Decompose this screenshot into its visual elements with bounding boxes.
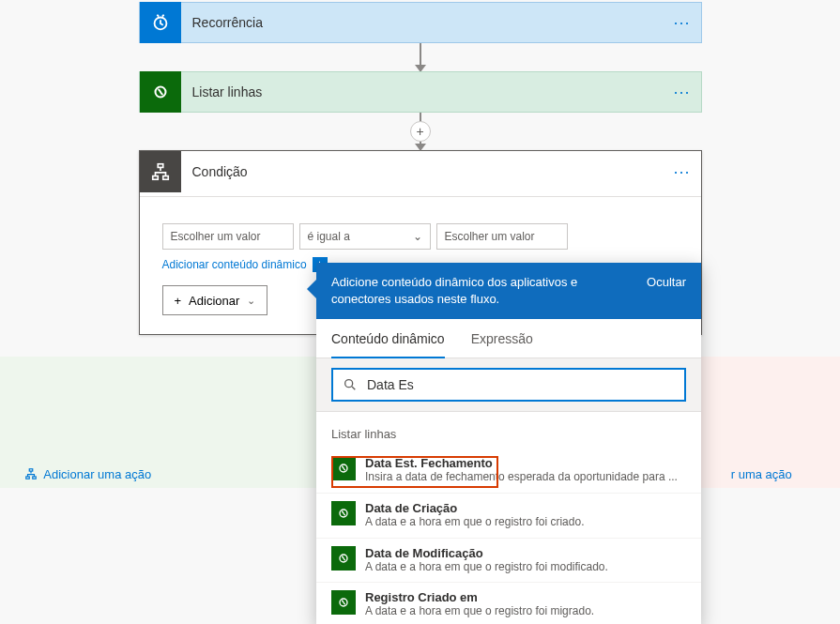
condition-menu-icon[interactable]: ··· — [664, 162, 701, 182]
svg-rect-6 — [33, 477, 37, 479]
popover-hide-link[interactable]: Ocultar — [647, 274, 686, 291]
svg-rect-2 — [152, 176, 158, 180]
result-desc: A data e a hora em que o registro foi mi… — [365, 604, 594, 619]
svg-rect-1 — [158, 164, 163, 168]
add-action-yes-link[interactable]: Adicionar uma ação — [24, 467, 151, 481]
condition-icon — [140, 151, 181, 192]
result-desc: A data e a hora em que o registro foi cr… — [365, 515, 584, 530]
chevron-down-icon: ⌄ — [413, 230, 422, 243]
step-recurrence-menu-icon[interactable]: ··· — [664, 13, 701, 33]
result-title: Registro Criado em — [365, 590, 594, 604]
clock-icon — [140, 2, 181, 43]
popover-header: Adicione conteúdo dinâmico dos aplicativ… — [316, 263, 701, 319]
svg-rect-3 — [162, 176, 168, 180]
search-box[interactable] — [331, 368, 686, 402]
add-action-no-link[interactable]: r uma ação — [731, 467, 792, 481]
condition-left-value-input[interactable]: Escolher um valor — [162, 223, 294, 250]
result-data-criacao[interactable]: Data de Criação A data e a hora em que o… — [316, 494, 701, 539]
dataverse-icon — [140, 71, 181, 113]
results-section-label: Listar linhas — [316, 412, 701, 449]
add-action-no-text: r uma ação — [731, 467, 792, 481]
plus-icon: + — [175, 294, 182, 308]
dataverse-icon — [331, 501, 356, 525]
step-recurrence-title: Recorrência — [181, 15, 664, 30]
dyn-link-text: Adicionar conteúdo dinâmico — [162, 258, 307, 271]
condition-title: Condição — [181, 164, 664, 179]
callout-arrow — [307, 280, 316, 298]
insert-step-button[interactable]: + — [410, 121, 431, 142]
svg-rect-4 — [30, 469, 34, 471]
tab-dynamic-content[interactable]: Conteúdo dinâmico — [331, 319, 445, 358]
dynamic-content-popover: Adicione conteúdo dinâmico dos aplicativ… — [316, 263, 701, 624]
result-data-est-fechamento[interactable]: Data Est. Fechamento Insira a data de fe… — [316, 449, 701, 494]
popover-blurb: Adicione conteúdo dinâmico dos aplicativ… — [331, 274, 635, 308]
result-title: Data de Criação — [365, 501, 584, 515]
step-list-rows[interactable]: Listar linhas ··· — [139, 71, 702, 113]
search-input[interactable] — [365, 376, 675, 393]
popover-tabs: Conteúdo dinâmico Expressão — [316, 319, 701, 358]
dataverse-icon — [331, 456, 356, 480]
add-row-label: Adicionar — [189, 294, 239, 308]
add-row-button[interactable]: + Adicionar ⌄ — [162, 285, 268, 315]
result-title: Data Est. Fechamento — [365, 456, 678, 470]
operator-label: é igual a — [308, 230, 350, 243]
condition-right-value-input[interactable]: Escolher um valor — [436, 223, 568, 250]
step-list-menu-icon[interactable]: ··· — [664, 83, 701, 102]
condition-header[interactable]: Condição ··· — [140, 151, 701, 192]
condition-operator-select[interactable]: é igual a ⌄ — [299, 223, 431, 250]
connector-arrow — [420, 43, 421, 71]
search-icon — [343, 377, 358, 392]
add-action-icon — [24, 467, 38, 480]
dataverse-icon — [331, 546, 356, 571]
result-desc: A data e a hora em que o registro foi mo… — [365, 560, 608, 575]
result-registro-criado[interactable]: Registro Criado em A data e a hora em qu… — [316, 583, 701, 624]
svg-point-7 — [345, 380, 353, 388]
result-title: Data de Modificação — [365, 546, 608, 560]
chevron-down-icon: ⌄ — [247, 295, 255, 307]
connector-arrow: + — [420, 113, 421, 150]
tab-expression[interactable]: Expressão — [471, 319, 533, 358]
add-action-yes-text: Adicionar uma ação — [43, 467, 151, 481]
result-data-modificacao[interactable]: Data de Modificação A data e a hora em q… — [316, 539, 701, 584]
svg-rect-5 — [26, 477, 30, 479]
result-desc: Insira a data de fechamento esperada da … — [365, 470, 678, 485]
step-recurrence[interactable]: Recorrência ··· — [139, 2, 702, 43]
dataverse-icon — [331, 590, 356, 615]
step-list-title: Listar linhas — [181, 84, 664, 99]
